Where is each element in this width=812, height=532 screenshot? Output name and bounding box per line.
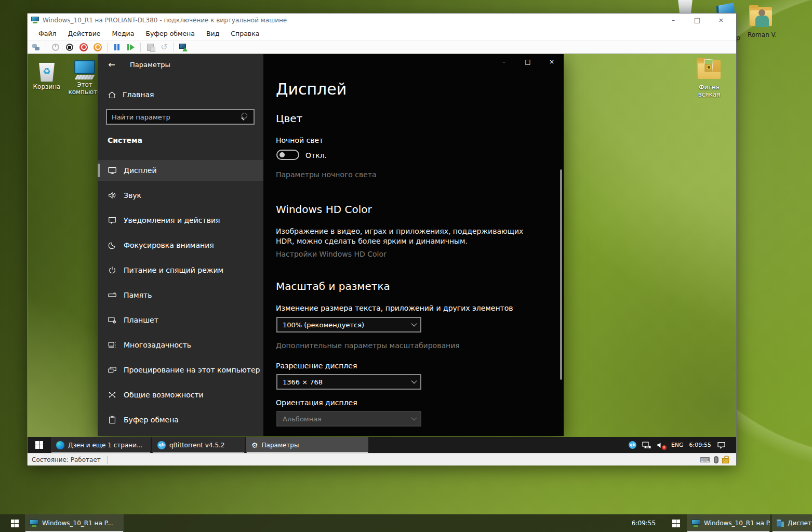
menu-help[interactable]: Справка — [225, 28, 265, 39]
settings-content: – □ × Дисплей Цвет Ночной свет Откл. Пар… — [263, 54, 564, 436]
chevron-down-icon — [411, 321, 417, 326]
maximize-button[interactable]: □ — [685, 14, 709, 26]
resolution-dropdown[interactable]: 1366 × 768 — [276, 374, 421, 390]
settings-maximize-button[interactable]: □ — [516, 54, 540, 69]
menu-media[interactable]: Медиа — [106, 28, 140, 39]
sidebar-item-tablet[interactable]: Планшет — [98, 310, 263, 330]
sidebar-item-sound[interactable]: Звук — [98, 185, 263, 206]
sidebar-section-label: Система — [108, 136, 142, 144]
settings-search[interactable] — [106, 109, 255, 125]
menu-file[interactable]: Файл — [33, 28, 62, 39]
shutdown-icon[interactable] — [79, 43, 88, 52]
vm-titlebar[interactable]: Windows_10_R1 на PROLIANT-DL380 - подклю… — [28, 14, 736, 26]
user-folder-label: Roman V. — [747, 31, 778, 38]
sidebar-item-clipboard[interactable]: Буфер обмена — [98, 409, 263, 430]
windows-logo-icon — [672, 520, 680, 527]
display-icon — [108, 166, 117, 175]
sidebar-item-shared-experiences[interactable]: Общие возможности — [98, 384, 263, 405]
revert-disabled-icon: ↺ — [159, 43, 169, 52]
search-icon[interactable] — [240, 112, 250, 122]
multitasking-icon — [108, 340, 117, 350]
power-disabled-icon — [51, 43, 60, 52]
night-light-label: Ночной свет — [276, 136, 323, 144]
save-state-icon[interactable] — [93, 43, 102, 52]
vm-statusbar: Состояние: Работает ⌨ — [28, 453, 736, 466]
action-center-icon[interactable] — [717, 441, 726, 449]
edge-icon — [56, 441, 64, 449]
gear-icon: ⚙ — [251, 442, 258, 449]
scrollbar-thumb[interactable] — [560, 169, 562, 380]
sidebar-item-notifications[interactable]: Уведомления и действия — [98, 210, 263, 231]
minimize-button[interactable]: – — [661, 14, 685, 26]
vm-toolbar: ↺ — [28, 41, 736, 54]
language-indicator[interactable]: ENG — [671, 442, 684, 448]
scaling-dropdown[interactable]: 100% (рекомендуется) — [276, 317, 421, 332]
vmconnect-icon — [691, 520, 700, 527]
settings-close-button[interactable]: × — [540, 54, 564, 69]
vm-start-button[interactable] — [28, 437, 51, 453]
vm-screen: ♻ Корзина Этоткомпьюте Фигнявсякая — [28, 54, 736, 453]
volume-muted-icon[interactable]: x — [657, 441, 665, 449]
vm-this-pc[interactable]: Этоткомпьюте — [68, 58, 101, 96]
vm-task-qbittorrent[interactable]: qb qBittorrent v4.5.2 — [152, 437, 245, 453]
vm-folder-misc[interactable]: Фигнявсякая — [693, 58, 726, 98]
mouse-icon — [714, 456, 718, 463]
search-input[interactable] — [107, 113, 240, 121]
host-desktop: Roman V. p Windows_10_R1 на PROLIANT-DL3… — [0, 0, 812, 532]
task-manager-icon — [777, 520, 784, 527]
network-icon[interactable] — [642, 441, 651, 449]
vm-recycle-bin[interactable]: ♻ Корзина — [30, 57, 63, 90]
settings-sidebar: ← Параметры Главная Система Дисп — [98, 54, 263, 436]
sidebar-item-projecting[interactable]: Проецирование на этот компьютер — [98, 360, 263, 380]
windows-logo-icon — [35, 441, 43, 449]
partial-icon-label: p — [736, 34, 740, 42]
turn-off-icon[interactable] — [65, 43, 74, 52]
orientation-label: Ориентация дисплея — [276, 398, 357, 407]
host-task-vmconnect[interactable]: Windows_10_R1 на P... — [25, 514, 124, 532]
sidebar-item-display[interactable]: Дисплей — [98, 160, 263, 181]
menu-view[interactable]: Вид — [201, 28, 225, 39]
vm-clock[interactable]: 6:09:55 — [689, 442, 711, 448]
host-clock[interactable]: 6:09:55 — [627, 514, 661, 532]
night-light-toggle[interactable] — [276, 150, 299, 160]
back-button[interactable]: ← — [103, 57, 121, 72]
host-recycle-bin-icon[interactable] — [672, 0, 699, 14]
host-start-button-secondary[interactable] — [666, 514, 686, 532]
storage-icon — [108, 290, 117, 300]
chevron-down-icon — [411, 378, 417, 383]
host-task-vmconnect-secondary[interactable]: Windows_10_R1 на P... — [687, 514, 770, 532]
settings-minimize-button[interactable]: – — [492, 54, 516, 69]
chevron-down-icon — [411, 415, 417, 420]
menu-clipboard[interactable]: Буфер обмена — [140, 28, 201, 39]
host-user-folder[interactable] — [749, 5, 775, 30]
sidebar-item-home[interactable]: Главная — [98, 85, 263, 104]
color-heading: Цвет — [276, 112, 302, 125]
orientation-dropdown: Альбомная — [276, 411, 421, 427]
enhanced-session-icon[interactable] — [179, 43, 188, 52]
resolution-label: Разрешение дисплея — [276, 362, 357, 370]
recycle-bin-icon — [676, 0, 694, 14]
sidebar-item-focus-assist[interactable]: Фокусировка внимания — [98, 235, 263, 256]
pause-icon[interactable] — [112, 43, 122, 52]
host-task-taskmanager[interactable]: Диспетчер — [772, 514, 812, 532]
keyboard-icon: ⌨ — [700, 456, 710, 464]
advanced-scaling-link[interactable]: Дополнительные параметры масштабирования — [276, 341, 460, 350]
qbittorrent-tray-icon[interactable]: qb — [629, 441, 636, 449]
vm-task-edge[interactable]: Дзен и еще 1 страни... — [51, 437, 151, 453]
this-pc-icon — [74, 60, 95, 74]
host-taskbar: Windows_10_R1 на P... 6:09:55 Windows_10… — [0, 514, 812, 532]
resume-icon[interactable] — [126, 43, 136, 52]
host-start-button[interactable] — [4, 514, 25, 532]
sidebar-item-power[interactable]: Питание и спящий режим — [98, 260, 263, 281]
menu-action[interactable]: Действие — [62, 28, 107, 39]
notifications-icon — [108, 216, 117, 225]
night-light-settings-link[interactable]: Параметры ночного света — [276, 170, 377, 179]
sidebar-item-multitasking[interactable]: Многозадачность — [98, 335, 263, 355]
hd-color-settings-link[interactable]: Настройки Windows HD Color — [276, 250, 387, 258]
night-light-state: Откл. — [305, 151, 327, 159]
switch-display-icon[interactable] — [32, 43, 41, 52]
qbittorrent-icon: qb — [157, 441, 166, 449]
close-button[interactable]: × — [709, 14, 733, 26]
sidebar-item-storage[interactable]: Память — [98, 285, 263, 305]
vm-task-settings[interactable]: ⚙ Параметры — [246, 437, 368, 453]
